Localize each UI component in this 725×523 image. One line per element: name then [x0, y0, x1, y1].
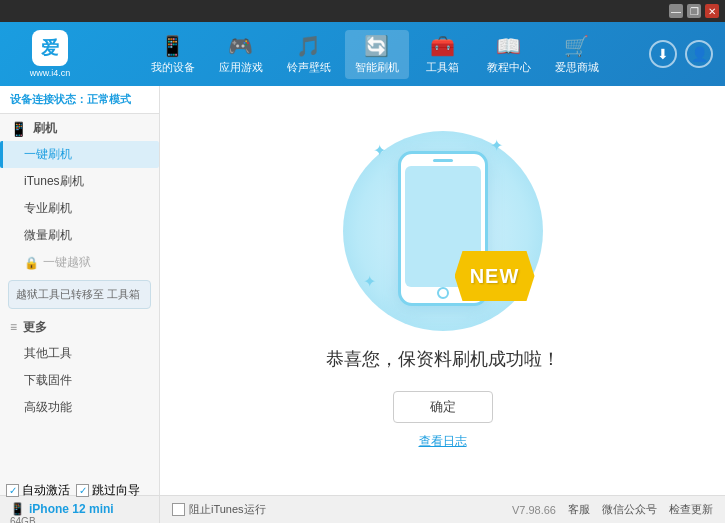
checkbox-1-icon: ✓	[6, 484, 19, 497]
nav-item-smart-flash[interactable]: 🔄智能刷机	[345, 30, 409, 79]
more-section-header: ≡ 更多	[0, 313, 159, 340]
download-button[interactable]: ⬇	[649, 40, 677, 68]
new-badge: NEW	[455, 251, 535, 301]
bottom-links: V7.98.66 客服 微信公众号 检查更新	[512, 502, 713, 517]
nav-item-my-device[interactable]: 📱我的设备	[141, 30, 205, 79]
ringtones-icon: 🎵	[296, 34, 321, 58]
my-device-icon: 📱	[160, 34, 185, 58]
lock-icon: 🔒	[24, 256, 39, 270]
service-link[interactable]: 客服	[568, 502, 590, 517]
sidebar-item-other-tools[interactable]: 其他工具	[0, 340, 159, 367]
sidebar-item-advanced[interactable]: 高级功能	[0, 394, 159, 421]
tutorials-label: 教程中心	[487, 60, 531, 75]
skip-wizard-checkbox[interactable]: ✓ 跳过向导	[76, 482, 140, 499]
nav-item-shop[interactable]: 🛒爱思商城	[545, 30, 609, 79]
restore-button[interactable]: ❐	[687, 4, 701, 18]
more-items: 其他工具下载固件高级功能	[0, 340, 159, 421]
sidebar-item-pro-flash[interactable]: 专业刷机	[0, 195, 159, 222]
bottom-bar: ✓ 自动激活 ✓ 跳过向导 📱 iPhone 12 mini 64GB Down…	[0, 495, 725, 523]
nav-item-tutorials[interactable]: 📖教程中心	[477, 30, 541, 79]
toolbox-label: 工具箱	[426, 60, 459, 75]
titlebar: — ❐ ✕	[0, 0, 725, 22]
minimize-button[interactable]: —	[669, 4, 683, 18]
close-button[interactable]: ✕	[705, 4, 719, 18]
status-value: 正常模式	[87, 93, 131, 105]
itunes-checkbox-icon	[172, 503, 185, 516]
ringtones-label: 铃声壁纸	[287, 60, 331, 75]
jailbreak-disabled: 🔒 一键越狱	[0, 249, 159, 276]
flash-section-header: 📱 刷机	[0, 114, 159, 141]
apps-games-label: 应用游戏	[219, 60, 263, 75]
nav-item-toolbox[interactable]: 🧰工具箱	[413, 30, 473, 79]
view-log-link[interactable]: 查看日志	[419, 433, 467, 450]
sparkle-1: ✦	[373, 141, 386, 160]
device-storage: 64GB	[10, 516, 153, 524]
smart-flash-icon: 🔄	[364, 34, 389, 58]
new-badge-text: NEW	[470, 265, 520, 288]
main-area: 设备连接状态：正常模式 📱 刷机 一键刷机iTunes刷机专业刷机微量刷机 🔒 …	[0, 86, 725, 495]
smart-flash-label: 智能刷机	[355, 60, 399, 75]
sparkle-3: ✦	[363, 272, 376, 291]
confirm-button[interactable]: 确定	[393, 391, 493, 423]
phone-icon: 📱	[10, 502, 25, 516]
nav-item-ringtones[interactable]: 🎵铃声壁纸	[277, 30, 341, 79]
logo-icon: 爱	[32, 30, 68, 66]
itunes-running-control[interactable]: 阻止iTunes运行	[172, 502, 266, 517]
jailbreak-label: 一键越狱	[43, 254, 91, 271]
more-section-icon: ≡	[10, 320, 17, 334]
nav-item-apps-games[interactable]: 🎮应用游戏	[209, 30, 273, 79]
my-device-label: 我的设备	[151, 60, 195, 75]
checkbox-2-icon: ✓	[76, 484, 89, 497]
success-message: 恭喜您，保资料刷机成功啦！	[326, 347, 560, 371]
tutorials-icon: 📖	[496, 34, 521, 58]
phone-home-button	[437, 287, 449, 299]
success-illustration: NEW ✦ ✦ ✦	[343, 131, 543, 331]
apps-games-icon: 🎮	[228, 34, 253, 58]
more-section-label: 更多	[23, 319, 47, 336]
bottom-content: 阻止iTunes运行 V7.98.66 客服 微信公众号 检查更新	[160, 502, 725, 517]
nav-bar: 📱我的设备🎮应用游戏🎵铃声壁纸🔄智能刷机🧰工具箱📖教程中心🛒爱思商城	[100, 30, 649, 79]
logo[interactable]: 爱 www.i4.cn	[0, 30, 100, 78]
toolbox-icon: 🧰	[430, 34, 455, 58]
header-actions: ⬇ 👤	[649, 40, 725, 68]
auto-activate-checkbox[interactable]: ✓ 自动激活	[6, 482, 70, 499]
device-info: 📱 iPhone 12 mini 64GB Down-12mini-13,1	[10, 502, 153, 524]
auto-activate-label: 自动激活	[22, 482, 70, 499]
content-area: NEW ✦ ✦ ✦ 恭喜您，保资料刷机成功啦！ 确定 查看日志	[160, 86, 725, 495]
sidebar-item-download-firmware[interactable]: 下载固件	[0, 367, 159, 394]
header: 爱 www.i4.cn 📱我的设备🎮应用游戏🎵铃声壁纸🔄智能刷机🧰工具箱📖教程中…	[0, 22, 725, 86]
sidebar-item-save-flash[interactable]: 微量刷机	[0, 222, 159, 249]
flash-section-label: 刷机	[33, 120, 57, 137]
jailbreak-info: 越狱工具已转移至 工具箱	[8, 280, 151, 309]
bottom-sidebar: ✓ 自动激活 ✓ 跳过向导 📱 iPhone 12 mini 64GB Down…	[0, 496, 160, 523]
logo-url: www.i4.cn	[30, 68, 71, 78]
shop-label: 爱思商城	[555, 60, 599, 75]
flash-section-icon: 📱	[10, 121, 27, 137]
wechat-link[interactable]: 微信公众号	[602, 502, 657, 517]
skip-wizard-label: 跳过向导	[92, 482, 140, 499]
status-label: 设备连接状态：	[10, 93, 87, 105]
version-text: V7.98.66	[512, 504, 556, 516]
sidebar-item-one-key-flash[interactable]: 一键刷机	[0, 141, 159, 168]
update-link[interactable]: 检查更新	[669, 502, 713, 517]
sidebar: 设备连接状态：正常模式 📱 刷机 一键刷机iTunes刷机专业刷机微量刷机 🔒 …	[0, 86, 160, 495]
info-text: 越狱工具已转移至 工具箱	[16, 288, 140, 300]
device-name: iPhone 12 mini	[29, 502, 114, 516]
sparkle-2: ✦	[490, 136, 503, 155]
itunes-label: 阻止iTunes运行	[189, 502, 266, 517]
user-button[interactable]: 👤	[685, 40, 713, 68]
shop-icon: 🛒	[564, 34, 589, 58]
phone-speaker	[433, 159, 453, 162]
sidebar-item-itunes-flash[interactable]: iTunes刷机	[0, 168, 159, 195]
connection-status: 设备连接状态：正常模式	[0, 86, 159, 114]
sidebar-items: 一键刷机iTunes刷机专业刷机微量刷机	[0, 141, 159, 249]
